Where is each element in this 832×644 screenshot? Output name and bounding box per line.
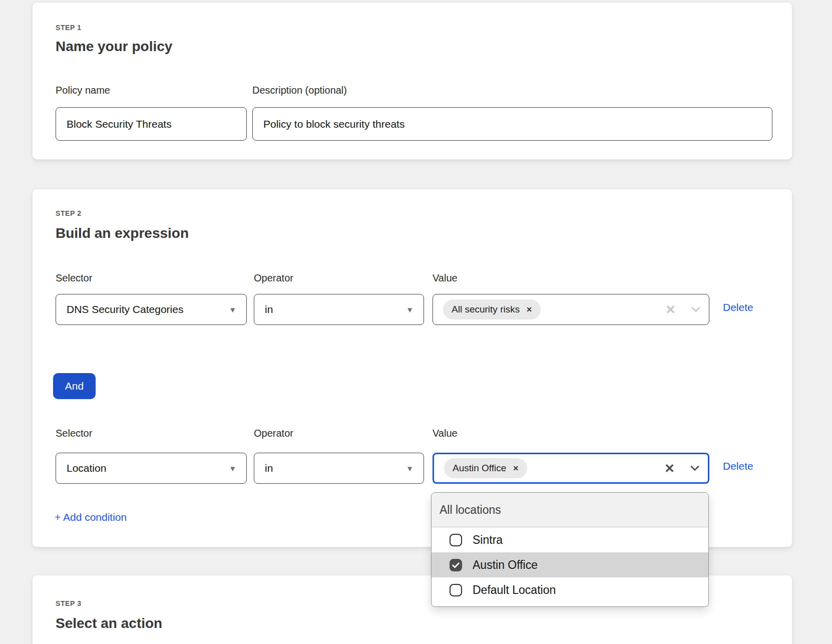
policy-name-label: Policy name bbox=[56, 85, 110, 96]
row2-operator-label: Operator bbox=[254, 428, 293, 439]
location-dropdown-panel: All locations Sintra Austin Office Defau… bbox=[431, 492, 709, 607]
option-label: Default Location bbox=[473, 583, 556, 597]
dropdown-triangle-icon: ▼ bbox=[406, 306, 413, 313]
check-icon bbox=[452, 561, 460, 569]
row2-value-multiselect[interactable]: Austin Office ✕ ✕ bbox=[433, 453, 709, 484]
checkbox-checked-icon[interactable] bbox=[450, 559, 462, 571]
chevron-down-icon[interactable] bbox=[690, 303, 702, 315]
tag-remove-icon[interactable]: ✕ bbox=[526, 306, 532, 313]
step3-label: STEP 3 bbox=[56, 599, 82, 607]
row2-value-label: Value bbox=[433, 428, 458, 439]
step1-label: STEP 1 bbox=[56, 24, 82, 32]
row2-operator-value: in bbox=[265, 462, 273, 474]
row1-value-multiselect[interactable]: All security risks ✕ ✕ bbox=[433, 294, 709, 325]
row2-selector-value: Location bbox=[67, 462, 106, 474]
row2-selector-label: Selector bbox=[56, 428, 92, 439]
clear-icon[interactable]: ✕ bbox=[664, 462, 675, 475]
row2-delete-link[interactable]: Delete bbox=[723, 460, 753, 472]
step1-card: STEP 1 Name your policy Policy name Desc… bbox=[32, 2, 792, 160]
row1-selector-label: Selector bbox=[56, 272, 92, 284]
add-condition-link[interactable]: + Add condition bbox=[55, 511, 127, 523]
value-tag: Austin Office ✕ bbox=[444, 458, 527, 478]
tag-remove-icon[interactable]: ✕ bbox=[513, 465, 519, 472]
clear-icon[interactable]: ✕ bbox=[665, 303, 676, 316]
value-tag-text: Austin Office bbox=[453, 463, 506, 474]
step2-label: STEP 2 bbox=[56, 209, 82, 217]
chevron-down-icon[interactable] bbox=[689, 462, 701, 474]
row1-selector-select[interactable]: DNS Security Categories ▼ bbox=[56, 294, 247, 325]
dropdown-triangle-icon: ▼ bbox=[229, 465, 236, 472]
description-input[interactable] bbox=[252, 107, 772, 141]
dropdown-triangle-icon: ▼ bbox=[229, 306, 236, 313]
row2-operator-select[interactable]: in ▼ bbox=[254, 453, 424, 484]
option-label: Sintra bbox=[473, 533, 503, 547]
checkbox-unchecked-icon[interactable] bbox=[450, 584, 462, 596]
checkbox-unchecked-icon[interactable] bbox=[450, 534, 462, 546]
row1-operator-label: Operator bbox=[254, 272, 293, 284]
row2-selector-select[interactable]: Location ▼ bbox=[56, 453, 247, 484]
step3-title: Select an action bbox=[56, 615, 162, 631]
row1-delete-link[interactable]: Delete bbox=[723, 301, 753, 313]
row1-operator-value: in bbox=[265, 303, 273, 315]
dropdown-option-austin-office[interactable]: Austin Office bbox=[432, 552, 708, 577]
policy-name-input[interactable] bbox=[56, 107, 247, 141]
dropdown-triangle-icon: ▼ bbox=[406, 465, 413, 472]
option-label: Austin Office bbox=[473, 558, 538, 572]
dropdown-option-sintra[interactable]: Sintra bbox=[432, 527, 708, 552]
description-label: Description (optional) bbox=[252, 85, 347, 96]
dropdown-header-all-locations[interactable]: All locations bbox=[432, 493, 708, 527]
value-tag-text: All security risks bbox=[452, 304, 520, 315]
dropdown-option-default-location[interactable]: Default Location bbox=[432, 577, 708, 602]
row1-operator-select[interactable]: in ▼ bbox=[254, 294, 424, 325]
row1-selector-value: DNS Security Categories bbox=[67, 303, 183, 315]
step1-title: Name your policy bbox=[56, 39, 172, 55]
row1-value-label: Value bbox=[433, 272, 458, 284]
and-button[interactable]: And bbox=[53, 373, 96, 399]
value-tag: All security risks ✕ bbox=[443, 299, 541, 319]
step2-title: Build an expression bbox=[56, 225, 189, 241]
